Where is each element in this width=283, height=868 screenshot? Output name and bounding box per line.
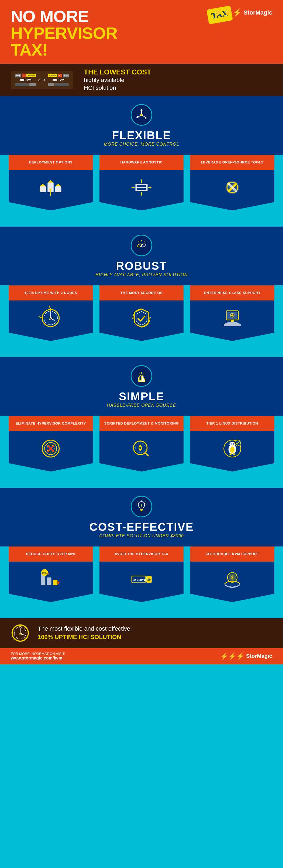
avoid-tax-icon: HYPERVISOR $0 [124, 562, 159, 602]
hardware-icon [124, 170, 159, 210]
svg-point-12 [140, 114, 143, 116]
svg-rect-79 [141, 510, 143, 511]
header-title: NO MORE HYPERVISOR TAX! [11, 8, 167, 58]
header-section: NO MORE HYPERVISOR TAX! TAX ⚡⚡⚡ StorMagi… [0, 0, 283, 64]
feature-hardware: HARDWARE AGNOSTIC [100, 155, 184, 210]
flexible-icon-circle [131, 104, 152, 126]
cost-features: REDUCE COSTS OVER 60% 60% [0, 547, 283, 610]
server-unit [15, 83, 29, 86]
feature-reduce-costs: REDUCE COSTS OVER 60% 60% [9, 547, 93, 602]
complexity-icon [33, 431, 68, 471]
svg-line-83 [137, 502, 138, 502]
svg-rect-23 [137, 188, 146, 190]
svg-marker-31 [140, 194, 142, 195]
feature-secure: THE MOST SECURE OS [100, 285, 184, 341]
svg-point-0 [212, 27, 223, 38]
deployment-icon [33, 170, 68, 210]
secure-icon [124, 301, 159, 341]
svg-point-65 [139, 447, 141, 449]
feature-linux: TIER 1 LINUX DISTRIBUTION [190, 416, 274, 471]
simple-icon-circle [131, 365, 152, 387]
svg-point-73 [230, 447, 235, 453]
server-block-2: SvSAN C VM ⌨ KVM [48, 74, 69, 86]
flexible-section: FLEXIBLE MORE CHOICE, MORE CONTROL DEPLO… [0, 96, 283, 226]
svg-point-70 [231, 443, 232, 445]
svg-rect-13 [40, 186, 46, 193]
linux-icon [215, 431, 250, 471]
hci-diagram: VM C SvSAN ⌨ KVM ⟷ SvSAN C VM ⌨ KVM [11, 71, 73, 89]
feature-avoid-tax: AVOID THE HYPERVISOR TAX HYPERVISOR $0 [100, 547, 184, 602]
svg-point-77 [235, 440, 241, 446]
footer: FOR MORE INFORMATION VISIT: www.stormagi… [0, 648, 283, 664]
svg-line-57 [139, 373, 140, 374]
scripted-icon [124, 431, 159, 471]
flexible-header: FLEXIBLE MORE CHOICE, MORE CONTROL [0, 96, 283, 155]
svg-point-69 [229, 442, 235, 447]
bidirectional-arrow: ⟷ [38, 76, 46, 83]
svg-point-71 [233, 443, 234, 445]
feature-support: ENTERPRISE-CLASS SUPPORT [190, 285, 274, 341]
bottom-message: The most flexible and cost effective 100… [38, 625, 130, 642]
cost-effective-section: $ COST-EFFECTIVE COMPLETE SOLUTION UNDER… [0, 488, 283, 618]
footer-visit: FOR MORE INFORMATION VISIT: www.stormagi… [11, 652, 65, 660]
svg-marker-9 [145, 117, 147, 119]
bottom-bar: 24 The most flexible and cost effective … [0, 618, 283, 648]
svg-rect-87 [47, 578, 51, 585]
kvm-support-icon: $ [215, 562, 250, 602]
vm-label-2: VM [63, 74, 69, 78]
robust-icon-circle [131, 235, 152, 256]
feature-kvm-support: AFFORDABLE KVM SUPPORT $ [190, 547, 274, 602]
feature-complexity: ELIMINATE HYPERVISOR COMPLEXITY [9, 416, 93, 471]
logo-bars: ⚡⚡⚡ [214, 8, 242, 17]
kvm-label-2: ⌨ KVM [52, 79, 64, 82]
simple-features: ELIMINATE HYPERVISOR COMPLEXITY [0, 416, 283, 479]
feature-scripted: SCRIPTED DEPLOYMENT & MONITORING [100, 416, 184, 471]
svg-rect-22 [137, 185, 146, 187]
lowest-cost-text-block: THE LOWEST COST highly available HCI sol… [84, 68, 151, 92]
svg-text:$: $ [231, 575, 234, 580]
stormagic-header-logo: ⚡⚡⚡ StorMagic [214, 8, 272, 17]
c-label-2: C [58, 74, 62, 78]
bottom-clock-icon: 24 [11, 624, 30, 643]
c-label: C [22, 74, 26, 78]
kvm-label-1: ⌨ KVM [20, 79, 32, 82]
svg-line-82 [145, 502, 146, 502]
reduce-costs-icon: 60% [33, 562, 68, 602]
svg-line-56 [143, 373, 144, 374]
svg-text:$: $ [141, 504, 142, 507]
feature-deployment: DEPLOYMENT OPTIONS [9, 155, 93, 210]
footer-url-link[interactable]: www.stormagic.com/kvm [11, 656, 62, 660]
simple-section: SIMPLE HASSLE-FREE OPEN SOURCE ELIMINATE… [0, 357, 283, 488]
svg-line-41 [138, 241, 139, 242]
svg-line-66 [146, 454, 148, 456]
opensource-icon [215, 170, 250, 210]
flexible-features: DEPLOYMENT OPTIONS [0, 155, 283, 218]
robust-section: ROBUST HIGHLY AVAILABLE, PROVEN SOLUTION… [0, 226, 283, 357]
svg-text:60%: 60% [42, 571, 47, 574]
svg-rect-54 [231, 320, 234, 322]
feature-opensource: LEVERAGE OPEN-SOURCE TOOLS [190, 155, 274, 210]
cost-icon-circle: $ [131, 496, 152, 517]
cost-header: $ COST-EFFECTIVE COMPLETE SOLUTION UNDER… [0, 488, 283, 547]
svg-rect-88 [53, 580, 58, 585]
vm-label: VM [15, 74, 21, 78]
svg-rect-15 [55, 186, 62, 193]
svsan-label-2: SvSAN [48, 74, 58, 77]
svg-marker-7 [140, 109, 143, 111]
lowest-cost-bar: VM C SvSAN ⌨ KVM ⟷ SvSAN C VM ⌨ KVM [0, 64, 283, 96]
server-block-1: VM C SvSAN ⌨ KVM [15, 74, 36, 86]
simple-header: SIMPLE HASSLE-FREE OPEN SOURCE [0, 357, 283, 416]
robust-header: ROBUST HIGHLY AVAILABLE, PROVEN SOLUTION [0, 226, 283, 285]
svg-marker-18 [55, 184, 62, 186]
svg-marker-16 [40, 184, 46, 186]
svg-marker-29 [140, 179, 142, 181]
svg-marker-17 [48, 180, 54, 183]
svg-line-40 [144, 241, 144, 242]
svg-rect-21 [136, 184, 148, 191]
feature-uptime: 100% UPTIME WITH 2 NODES 24 [9, 285, 93, 341]
svg-text:$0: $0 [147, 578, 151, 582]
svg-marker-27 [150, 187, 151, 189]
svg-marker-25 [131, 187, 133, 189]
uptime-icon: 24 [33, 301, 68, 341]
robust-features: 100% UPTIME WITH 2 NODES 24 [0, 285, 283, 349]
